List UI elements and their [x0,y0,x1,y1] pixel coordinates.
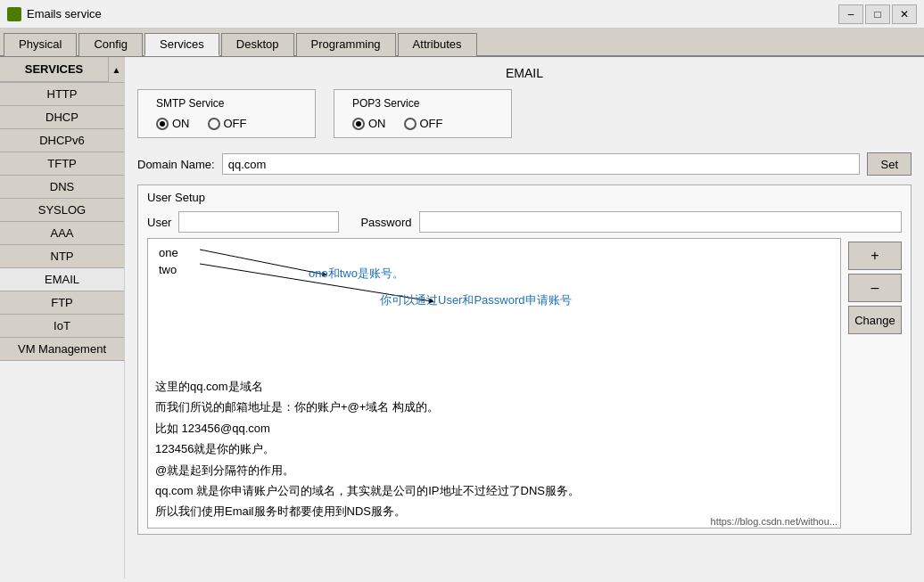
smtp-on-label: ON [172,117,190,130]
sidebar-item-dhcp[interactable]: DHCP [0,106,124,129]
sidebar-item-ftp[interactable]: FTP [0,291,124,315]
annotation-container: one two [147,238,841,529]
domain-name-label: Domain Name: [137,158,215,171]
smtp-radio-row: ON OFF [156,117,297,130]
user-setup-section: User Setup User Password one two [137,184,912,535]
main-content: SERVICES ▲ HTTP DHCP DHCPv6 TFTP DNS SYS… [0,57,924,578]
password-label: Password [360,216,411,229]
user-list-item-one: one [155,244,833,261]
arrow-text-register: 你可以通过User和Password申请账号 [380,292,572,308]
service-boxes: SMTP Service ON OFF POP3 Service [137,89,912,138]
annotation-line4: 123456就是你的账户。 [155,439,833,459]
sidebar-item-iot[interactable]: IoT [0,315,124,338]
sidebar-item-ntp[interactable]: NTP [0,245,124,268]
maximize-button[interactable]: □ [865,4,890,24]
add-button[interactable]: + [848,242,902,270]
pop3-on-circle [352,118,365,130]
pop3-service-box: POP3 Service ON OFF [334,89,512,138]
remove-button[interactable]: – [848,274,902,302]
user-input[interactable] [178,211,339,233]
tab-programming[interactable]: Programming [296,33,396,56]
smtp-off-label: OFF [224,117,247,130]
bottom-content: one two [147,238,902,529]
pop3-on-radio[interactable]: ON [352,117,386,130]
bottom-left: one two [147,238,841,529]
pop3-off-radio[interactable]: OFF [404,117,443,130]
tab-physical[interactable]: Physical [4,33,77,56]
annotation-line1: 这里的qq.com是域名 [155,376,833,397]
annotation-line6: qq.com 就是你申请账户公司的域名，其实就是公司的IP地址不过经过了DNS服… [155,480,833,501]
sidebar-top: SERVICES ▲ [0,57,124,83]
annotation-line5: @就是起到分隔符的作用。 [155,460,833,480]
title-bar: Emails service – □ ✕ [0,0,924,29]
domain-name-input[interactable] [222,153,861,175]
smtp-service-box: SMTP Service ON OFF [137,89,316,138]
smtp-off-circle [208,118,220,130]
content-area: EMAIL SMTP Service ON OFF [125,57,924,578]
change-button[interactable]: Change [848,306,902,334]
sidebar-item-dns[interactable]: DNS [0,176,124,199]
user-list-item-two: two [155,261,833,278]
sidebar-item-http[interactable]: HTTP [0,83,124,106]
side-buttons: + – Change [841,238,902,529]
annotation-lines: 这里的qq.com是域名 而我们所说的邮箱地址是：你的账户+@+域名 构成的。 … [155,376,833,522]
window-title: Emails service [27,7,838,20]
annotation-line3: 比如 123456@qq.com [155,418,833,439]
user-label: User [147,216,171,229]
minimize-button[interactable]: – [838,4,863,24]
user-setup-title: User Setup [147,191,902,204]
password-input[interactable] [419,211,902,233]
sidebar-item-email[interactable]: EMAIL [0,268,124,291]
sidebar-item-tftp[interactable]: TFTP [0,152,124,176]
sidebar-item-aaa[interactable]: AAA [0,222,124,245]
sidebar: SERVICES ▲ HTTP DHCP DHCPv6 TFTP DNS SYS… [0,57,125,578]
smtp-on-radio[interactable]: ON [156,117,190,130]
smtp-on-circle [156,118,169,130]
close-button[interactable]: ✕ [892,4,917,24]
sidebar-header: SERVICES [0,57,108,82]
email-section-title: EMAIL [137,66,912,80]
arrow-text-accounts: one和two是账号。 [309,266,404,282]
set-button[interactable]: Set [867,152,912,176]
pop3-off-circle [404,118,417,130]
window-controls: – □ ✕ [838,4,917,24]
sidebar-scroll-up[interactable]: ▲ [108,57,124,82]
sidebar-item-vm[interactable]: VM Management [0,338,124,361]
tab-config[interactable]: Config [78,33,143,56]
pop3-on-label: ON [368,117,386,130]
app-icon [7,7,21,21]
tab-attributes[interactable]: Attributes [398,33,477,56]
tab-services[interactable]: Services [144,33,219,56]
pop3-service-label: POP3 Service [352,97,493,110]
pop3-radio-row: ON OFF [352,117,493,130]
domain-row: Domain Name: Set [137,152,912,176]
user-password-row: User Password [147,211,902,233]
smtp-off-radio[interactable]: OFF [208,117,247,130]
smtp-service-label: SMTP Service [156,97,297,110]
sidebar-item-syslog[interactable]: SYSLOG [0,199,124,222]
annotation-line2: 而我们所说的邮箱地址是：你的账户+@+域名 构成的。 [155,397,833,417]
watermark: https://blog.csdn.net/withou... [708,515,840,528]
tab-desktop[interactable]: Desktop [221,33,294,56]
pop3-off-label: OFF [420,117,443,130]
sidebar-item-dhcpv6[interactable]: DHCPv6 [0,129,124,152]
tab-bar: Physical Config Services Desktop Program… [0,29,924,57]
